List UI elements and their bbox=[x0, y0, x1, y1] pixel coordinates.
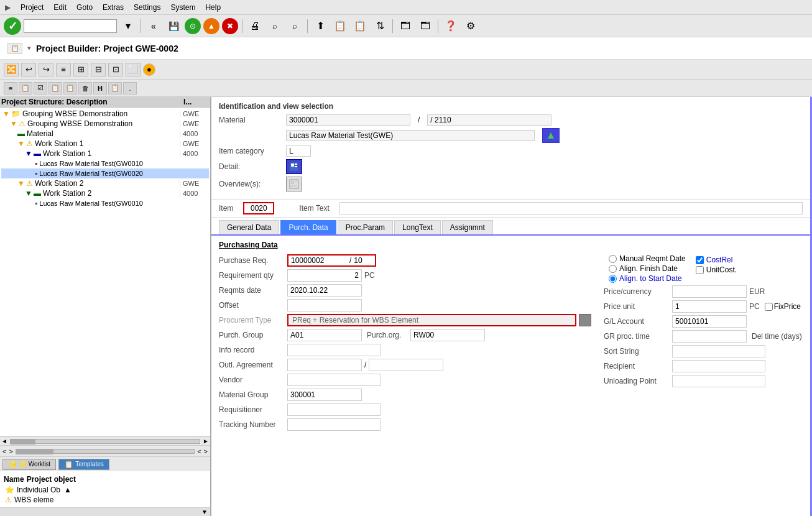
command-input[interactable] bbox=[24, 19, 117, 33]
tab-assignmnt[interactable]: Assignmnt bbox=[442, 220, 493, 234]
tab-general-data[interactable]: General Data bbox=[219, 220, 279, 234]
help-btn[interactable]: ❓ bbox=[442, 18, 459, 34]
tree-item-0[interactable]: ▼ 📁 Grouping WBSE Demonstration GWE bbox=[1, 109, 209, 119]
purch-group-input[interactable] bbox=[287, 329, 362, 341]
tb2-btn-3[interactable]: ≡ bbox=[56, 63, 71, 76]
up-btn[interactable]: ▲ bbox=[203, 18, 219, 34]
vendor-input[interactable] bbox=[287, 374, 381, 386]
nav-left[interactable]: < bbox=[2, 448, 6, 455]
material-name-input[interactable] bbox=[286, 130, 535, 141]
overview-button[interactable] bbox=[286, 177, 302, 191]
outl-agreement-suffix[interactable] bbox=[369, 359, 443, 371]
tb3-btn-4[interactable]: 📋 bbox=[63, 82, 77, 94]
req-qty-input[interactable] bbox=[287, 269, 362, 282]
material-group-input[interactable] bbox=[287, 389, 362, 401]
paste-btn[interactable]: 📋 bbox=[351, 18, 369, 34]
copy-btn[interactable]: 📋 bbox=[331, 18, 349, 34]
templates-tab[interactable]: 📋 Templates bbox=[58, 459, 109, 470]
fix-price-cb[interactable]: FixPrice bbox=[765, 302, 801, 311]
price-currency-input[interactable] bbox=[672, 285, 747, 298]
radio-manual-input[interactable] bbox=[609, 255, 617, 263]
settings-btn[interactable]: ⚙ bbox=[462, 18, 479, 34]
item-value[interactable]: 0020 bbox=[243, 202, 274, 214]
tb2-btn-4[interactable]: ⊞ bbox=[73, 63, 88, 76]
material-suffix-input[interactable] bbox=[427, 114, 551, 126]
menu-goto[interactable]: Goto bbox=[76, 3, 93, 12]
tree-item-2[interactable]: ▬ Material 4000 bbox=[1, 129, 209, 139]
radio-align-finish-input[interactable] bbox=[609, 265, 617, 273]
radio-align-start[interactable]: Align. to Start Date bbox=[609, 274, 686, 283]
nav-next[interactable]: > bbox=[204, 448, 208, 455]
tb3-btn-3[interactable]: 📋 bbox=[48, 82, 62, 94]
purchase-req-input[interactable] bbox=[291, 256, 347, 265]
unit-cost-cb[interactable]: UnitCost. bbox=[696, 265, 737, 274]
go-btn[interactable]: ⊙ bbox=[185, 18, 201, 34]
tree-hscroll[interactable]: ◄ ► bbox=[0, 436, 210, 445]
sort-btn[interactable]: ⇅ bbox=[371, 18, 389, 34]
tb3-btn-2[interactable]: ☑ bbox=[34, 82, 47, 94]
up-arrow-btn[interactable]: ⬆ bbox=[311, 18, 329, 34]
templates-scroll[interactable]: ▼ bbox=[0, 507, 210, 516]
tb3-btn-0[interactable]: ≡ bbox=[4, 82, 17, 94]
item-text-input[interactable] bbox=[339, 202, 803, 214]
outl-agreement-input[interactable] bbox=[287, 359, 362, 371]
tb2-btn-1[interactable]: ↩ bbox=[21, 63, 36, 76]
purchase-req-suffix[interactable] bbox=[354, 256, 372, 265]
tb2-btn-5[interactable]: ⊟ bbox=[91, 63, 106, 76]
procurmt-btn[interactable] bbox=[579, 314, 591, 326]
recipient-input[interactable] bbox=[672, 360, 765, 372]
unloading-point-input[interactable] bbox=[672, 375, 765, 387]
find-next-btn[interactable]: ⌕ bbox=[286, 18, 303, 34]
radio-align-start-input[interactable] bbox=[609, 275, 617, 283]
tb3-btn-5[interactable]: 🗑 bbox=[78, 82, 92, 94]
nav-prev[interactable]: < bbox=[197, 448, 201, 455]
tab-longtext[interactable]: LongText bbox=[394, 220, 441, 234]
tree-item-6[interactable]: ▪ Lucas Raw Material Test(GW0020 bbox=[1, 168, 209, 178]
tab-proc-param[interactable]: Proc.Param bbox=[338, 220, 393, 234]
tb3-btn-1[interactable]: 📋 bbox=[19, 82, 32, 94]
menu-settings[interactable]: Settings bbox=[134, 3, 160, 12]
save-btn[interactable]: 💾 bbox=[165, 18, 182, 34]
nav-track[interactable] bbox=[16, 449, 195, 454]
tab-purch-data[interactable]: Purch. Data bbox=[280, 220, 336, 234]
print-btn[interactable]: 🖨 bbox=[246, 18, 264, 34]
tree-item-9[interactable]: ▪ Lucas Raw Material Test(GW0010 bbox=[1, 198, 209, 208]
tree-item-3[interactable]: ▼ ⚠ Work Station 1 GWE bbox=[1, 139, 209, 149]
tb2-btn-6[interactable]: ⊡ bbox=[108, 63, 123, 76]
menu-extras[interactable]: Extras bbox=[103, 3, 124, 12]
cost-rel-checkbox[interactable] bbox=[696, 256, 704, 264]
requisitioner-input[interactable] bbox=[287, 403, 381, 416]
procurmt-type-input[interactable] bbox=[292, 316, 571, 325]
nav-thumb[interactable] bbox=[16, 449, 53, 454]
radio-align-finish[interactable]: Align. Finish Date bbox=[609, 264, 686, 273]
offset-input[interactable] bbox=[287, 299, 362, 311]
window2-btn[interactable]: 🗔 bbox=[417, 18, 434, 34]
tb2-btn-7[interactable]: ⬜ bbox=[126, 63, 141, 76]
tb2-btn-0[interactable]: 🔀 bbox=[4, 63, 19, 76]
menu-system[interactable]: System bbox=[170, 3, 195, 12]
purch-org-input[interactable] bbox=[410, 329, 485, 341]
item-category-input[interactable] bbox=[286, 145, 311, 157]
scroll-track[interactable] bbox=[10, 439, 200, 444]
tb3-btn-8[interactable]: . bbox=[123, 82, 137, 94]
menu-project[interactable]: Project bbox=[21, 3, 44, 12]
tree-item-1[interactable]: ▼ ⚠ Grouping WBSE Demonstration GWE bbox=[1, 119, 209, 129]
tree-item-5[interactable]: ▪ Lucas Raw Material Test(GW0010 bbox=[1, 159, 209, 168]
gl-account-input[interactable] bbox=[672, 315, 747, 328]
gr-proc-input[interactable] bbox=[672, 330, 747, 343]
price-unit-input[interactable] bbox=[672, 300, 747, 313]
back-btn[interactable]: « bbox=[145, 18, 162, 34]
scroll-left-btn[interactable]: ◄ bbox=[0, 438, 9, 445]
scroll-thumb[interactable] bbox=[11, 440, 35, 445]
tb2-btn-2[interactable]: ↪ bbox=[39, 63, 53, 76]
tb3-btn-7[interactable]: 📋 bbox=[108, 82, 122, 94]
unit-cost-checkbox[interactable] bbox=[696, 266, 704, 274]
tracking-number-input[interactable] bbox=[287, 418, 381, 431]
template-item-1[interactable]: ⚠ WBS eleme bbox=[2, 495, 208, 505]
scroll-right-btn[interactable]: ► bbox=[201, 438, 210, 445]
reqmts-date-input[interactable] bbox=[287, 284, 362, 297]
detail-button[interactable] bbox=[286, 159, 302, 174]
check-button[interactable]: ✓ bbox=[4, 17, 21, 35]
window1-btn[interactable]: 🗔 bbox=[397, 18, 414, 34]
cancel-btn[interactable]: ✖ bbox=[222, 18, 238, 34]
